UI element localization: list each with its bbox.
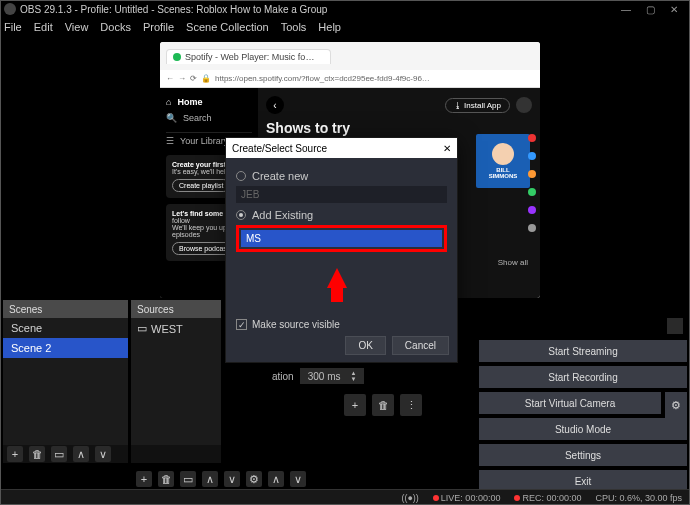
address-bar[interactable]: ← → ⟳ 🔒 https://open.spotify.com/?flow_c…	[160, 70, 540, 88]
refresh-icon[interactable]: ⟳	[190, 74, 197, 83]
edge-icon[interactable]	[528, 170, 536, 178]
edge-icon[interactable]	[528, 224, 536, 232]
dialog-close-button[interactable]: ✕	[443, 143, 451, 154]
install-app-button[interactable]: ⭳ Install App	[445, 98, 510, 113]
rec-status: REC: 00:00:00	[522, 493, 581, 503]
library-icon: ☰	[166, 136, 174, 146]
menu-bar: File Edit View Docks Profile Scene Colle…	[0, 18, 690, 36]
scenes-list: Scene Scene 2	[3, 318, 128, 445]
browser-tab-strip: Spotify - Web Player: Music fo…	[160, 42, 540, 70]
radio-add-existing[interactable]: Add Existing	[236, 209, 447, 221]
scene-filter-button[interactable]: ▭	[51, 446, 67, 462]
window-capture-icon: ▭	[137, 322, 147, 335]
menu-profile[interactable]: Profile	[143, 21, 174, 33]
forward-icon[interactable]: →	[178, 74, 186, 83]
studio-mode-button[interactable]: Studio Mode	[479, 418, 687, 440]
annotation-arrow-icon	[331, 284, 343, 302]
add-scene-button[interactable]: +	[7, 446, 23, 462]
edge-icon[interactable]	[528, 134, 536, 142]
source-up2-button[interactable]: ∧	[268, 471, 284, 487]
close-button[interactable]: ✕	[662, 4, 686, 15]
start-recording-button[interactable]: Start Recording	[479, 366, 687, 388]
start-virtual-camera-button[interactable]: Start Virtual Camera	[479, 392, 661, 414]
sources-title: Sources	[131, 300, 221, 318]
sources-toolbar: + 🗑 ▭ ∧ ∨ ⚙ ∧ ∨	[132, 470, 310, 488]
make-visible-checkbox[interactable]: ✓ Make source visible	[236, 319, 340, 330]
menu-tools[interactable]: Tools	[281, 21, 307, 33]
title-bar: OBS 29.1.3 - Profile: Untitled - Scenes:…	[0, 0, 690, 18]
create-select-source-dialog: Create/Select Source ✕ Create new JEB Ad…	[225, 137, 458, 363]
live-status: LIVE: 00:00:00	[441, 493, 501, 503]
minimize-button[interactable]: —	[614, 4, 638, 15]
menu-view[interactable]: View	[65, 21, 89, 33]
edge-icon[interactable]	[528, 206, 536, 214]
remove-scene-button[interactable]: 🗑	[29, 446, 45, 462]
maximize-button[interactable]: ▢	[638, 4, 662, 15]
radio-icon	[236, 171, 246, 181]
scenes-toolbar: + 🗑 ▭ ∧ ∨	[3, 445, 115, 463]
back-icon[interactable]: ←	[166, 74, 174, 83]
show-all-link[interactable]: Show all	[498, 258, 528, 267]
add-transition-button[interactable]: +	[344, 394, 366, 416]
settings-button[interactable]: Settings	[479, 444, 687, 466]
scene-down-button[interactable]: ∨	[95, 446, 111, 462]
scenes-title: Scenes	[3, 300, 128, 318]
tab-title: Spotify - Web Player: Music fo…	[185, 52, 314, 62]
edge-icon[interactable]	[528, 188, 536, 196]
add-source-button[interactable]: +	[136, 471, 152, 487]
spotify-favicon-icon	[173, 53, 181, 61]
source-down-button[interactable]: ∨	[224, 471, 240, 487]
nav-search[interactable]: 🔍Search	[166, 110, 252, 126]
scene-item[interactable]: Scene	[3, 318, 128, 338]
source-item[interactable]: ▭ WEST	[131, 318, 221, 339]
dialog-title-bar: Create/Select Source ✕	[226, 138, 457, 158]
cpu-status: CPU: 0.6%, 30.00 fps	[595, 493, 682, 503]
status-bar: ((●)) LIVE: 00:00:00 REC: 00:00:00 CPU: …	[0, 489, 690, 505]
sp-back-icon[interactable]: ‹	[266, 96, 284, 114]
menu-edit[interactable]: Edit	[34, 21, 53, 33]
radio-create-new[interactable]: Create new	[236, 170, 447, 182]
vcam-settings-button[interactable]: ⚙	[665, 392, 687, 418]
duration-label: ation	[272, 371, 294, 382]
controls-dock-icon[interactable]	[667, 318, 683, 334]
nav-home[interactable]: ⌂Home	[166, 94, 252, 110]
browser-tab[interactable]: Spotify - Web Player: Music fo…	[166, 49, 331, 64]
edge-icon[interactable]	[528, 152, 536, 160]
gear-icon: ⚙	[671, 399, 681, 412]
existing-source-item[interactable]: MS	[241, 230, 442, 247]
user-avatar[interactable]	[516, 97, 532, 113]
rec-indicator-icon	[514, 495, 520, 501]
start-streaming-button[interactable]: Start Streaming	[479, 340, 687, 362]
source-properties-button[interactable]: ▭	[180, 471, 196, 487]
scene-item[interactable]: Scene 2	[3, 338, 128, 358]
menu-file[interactable]: File	[4, 21, 22, 33]
source-name-input[interactable]: JEB	[236, 186, 447, 203]
podcast-card[interactable]: BILL SIMMONS	[476, 134, 530, 188]
network-icon: ((●))	[401, 493, 418, 503]
obs-logo-icon	[4, 3, 16, 15]
url-text: https://open.spotify.com/?flow_ctx=dcd29…	[215, 74, 534, 83]
source-down2-button[interactable]: ∨	[290, 471, 306, 487]
edge-sidebar	[526, 134, 538, 232]
menu-docks[interactable]: Docks	[100, 21, 131, 33]
lock-icon: 🔒	[201, 74, 211, 83]
scene-up-button[interactable]: ∧	[73, 446, 89, 462]
menu-help[interactable]: Help	[318, 21, 341, 33]
transition-menu-button[interactable]: ⋮	[400, 394, 422, 416]
sources-list: ▭ WEST	[131, 318, 221, 445]
source-up-button[interactable]: ∧	[202, 471, 218, 487]
spin-down-icon[interactable]: ▼	[350, 376, 356, 382]
ok-button[interactable]: OK	[345, 336, 385, 355]
existing-sources-list: MS	[236, 225, 447, 252]
cancel-button[interactable]: Cancel	[392, 336, 449, 355]
remove-transition-button[interactable]: 🗑	[372, 394, 394, 416]
dialog-title: Create/Select Source	[232, 143, 327, 154]
podcast-art-icon	[492, 143, 514, 165]
source-settings-button[interactable]: ⚙	[246, 471, 262, 487]
duration-input[interactable]: 300 ms ▲▼	[300, 368, 365, 384]
menu-scene-collection[interactable]: Scene Collection	[186, 21, 269, 33]
create-playlist-button[interactable]: Create playlist	[172, 179, 230, 192]
scenes-dock: Scenes Scene Scene 2 + 🗑 ▭ ∧ ∨	[3, 300, 128, 463]
live-indicator-icon	[433, 495, 439, 501]
remove-source-button[interactable]: 🗑	[158, 471, 174, 487]
